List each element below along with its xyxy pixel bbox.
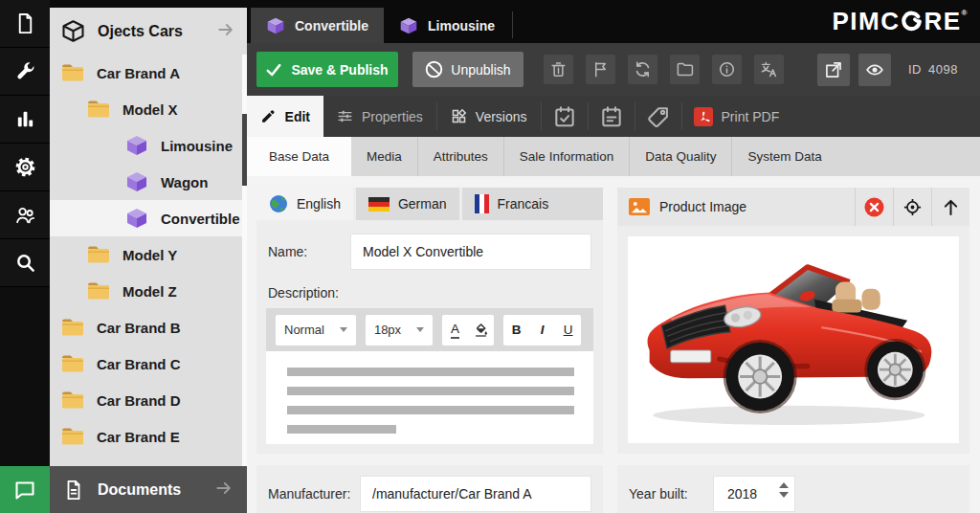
font-size-select[interactable]: 18px (366, 315, 433, 346)
tab-sale-information[interactable]: Sale Information (504, 137, 630, 176)
tab-data-quality[interactable]: Data Quality (630, 137, 732, 176)
save-publish-button[interactable]: Save & Publish (256, 52, 398, 87)
documents-expand-arrow[interactable] (214, 479, 234, 502)
folder-icon (86, 98, 111, 121)
placeholder-text-line (287, 387, 574, 395)
notes-events-button[interactable] (589, 96, 635, 137)
search-rail-button[interactable] (0, 239, 50, 287)
tools-rail-button[interactable] (0, 48, 50, 96)
open-tab-convertible[interactable]: Convertible (251, 8, 384, 43)
tree-item-car-brand-e[interactable]: Car Brand E (50, 418, 247, 455)
schedule-button[interactable] (542, 96, 588, 137)
upload-image-button[interactable] (931, 188, 969, 226)
chat-button[interactable] (0, 466, 50, 513)
tab-system-data[interactable]: System Data (732, 137, 836, 176)
flag-button[interactable] (586, 55, 615, 84)
bold-label: B (512, 323, 522, 337)
info-button[interactable] (712, 55, 742, 84)
delete-button[interactable] (544, 55, 573, 84)
tree-item-model-x[interactable]: Model X (50, 91, 247, 127)
reports-rail-button[interactable] (0, 96, 50, 144)
preview-eye-button[interactable] (858, 54, 891, 86)
tree-item-wagon[interactable]: Wagon (50, 164, 247, 200)
spinner-down-icon[interactable] (779, 492, 789, 498)
tab-properties[interactable]: Properties (323, 96, 436, 137)
underline-button[interactable]: U (555, 315, 581, 346)
year-built-spinner-field (713, 476, 795, 512)
remove-image-button[interactable] (855, 188, 893, 226)
tab-media[interactable]: Media (351, 137, 418, 176)
tree-scrollbar-thumb[interactable] (242, 114, 247, 186)
name-label: Name: (268, 244, 350, 259)
tree-item-model-y[interactable]: Model Y (50, 236, 247, 273)
placeholder-text-line (287, 368, 574, 376)
users-icon (14, 204, 36, 226)
tree-item-label: Car Brand D (97, 392, 181, 409)
settings-rail-button[interactable] (0, 144, 50, 191)
lang-tab-francais[interactable]: Francais (462, 188, 604, 220)
tags-button[interactable] (635, 96, 681, 137)
slash-circle-icon (425, 60, 443, 78)
unpublish-button[interactable]: Unpublish (412, 52, 523, 87)
users-rail-button[interactable] (0, 191, 50, 239)
fill-color-button[interactable] (468, 315, 494, 346)
paragraph-style-select[interactable]: Normal (276, 315, 356, 346)
manufacturer-field-row: Manufacturer: (268, 476, 591, 512)
tab-attributes[interactable]: Attributes (418, 137, 504, 176)
object-cube-icon (124, 207, 149, 230)
tree-expand-arrow[interactable] (216, 20, 235, 43)
name-input[interactable] (350, 234, 591, 270)
folder-icon (86, 279, 111, 302)
open-tab-label: Convertible (295, 18, 368, 33)
tree-item-convertible-selected[interactable]: Convertible (50, 200, 247, 236)
tree-item-car-brand-b[interactable]: Car Brand B (50, 309, 247, 346)
manufacturer-input[interactable] (360, 476, 591, 512)
lang-tab-english[interactable]: English (256, 188, 353, 220)
reload-button[interactable] (628, 55, 657, 84)
text-color-button[interactable]: A (442, 315, 468, 346)
info-icon (718, 60, 736, 78)
translate-button[interactable] (754, 55, 784, 84)
description-editor-body[interactable] (266, 351, 593, 444)
print-pdf-button[interactable]: Print PDF (682, 96, 791, 137)
documents-rail-button[interactable] (0, 0, 50, 48)
tree-item-car-brand-a[interactable]: Car Brand A (50, 55, 247, 91)
tab-base-data[interactable]: Base Data (247, 137, 351, 176)
open-tab-limousine[interactable]: Limousine (384, 8, 510, 43)
tree-item-label: Car Brand E (97, 429, 180, 445)
spinner-up-icon[interactable] (779, 482, 789, 488)
tree-item-label: Model X (122, 101, 178, 118)
pencil-icon (260, 108, 277, 124)
lang-tab-german[interactable]: German (356, 188, 459, 220)
lang-label: Francais (498, 196, 549, 212)
locate-in-tree-button[interactable] (893, 188, 931, 226)
tree-item-car-brand-d[interactable]: Car Brand D (50, 382, 247, 418)
object-cube-icon (124, 134, 149, 157)
tree-item-label: Wagon (161, 174, 208, 190)
tree-item-label: Convertible (161, 211, 240, 227)
tree-item-car-brand-c[interactable]: Car Brand C (50, 346, 247, 382)
italic-label: I (541, 323, 545, 337)
font-size-value: 18px (374, 323, 401, 337)
element-tree-panel: Ojects Cars Car Brand A Model X Limousin… (50, 0, 247, 513)
tree-item-limousine[interactable]: Limousine (50, 127, 247, 164)
arrow-right-icon (216, 20, 235, 39)
tree-item-model-z[interactable]: Model Z (50, 273, 247, 309)
chevron-down-icon (340, 327, 347, 332)
tab-versions[interactable]: Versions (437, 96, 541, 137)
tree-header-objects[interactable]: Ojects Cars (50, 8, 247, 55)
id-value: 4098 (928, 62, 958, 77)
folder-button[interactable] (670, 55, 700, 84)
italic-button[interactable]: I (529, 315, 555, 346)
bold-button[interactable]: B (503, 315, 529, 346)
open-preview-button[interactable] (817, 54, 850, 86)
documents-section-bar[interactable]: Documents (50, 466, 247, 513)
folder-icon (60, 61, 85, 84)
folder-icon (60, 425, 85, 448)
product-image-preview[interactable] (628, 236, 959, 443)
wrench-icon (14, 60, 36, 82)
pimcore-app: Ojects Cars Car Brand A Model X Limousin… (0, 0, 980, 513)
documents-label: Documents (98, 481, 214, 499)
tab-edit[interactable]: Edit (247, 96, 323, 137)
flag-icon (591, 60, 610, 78)
